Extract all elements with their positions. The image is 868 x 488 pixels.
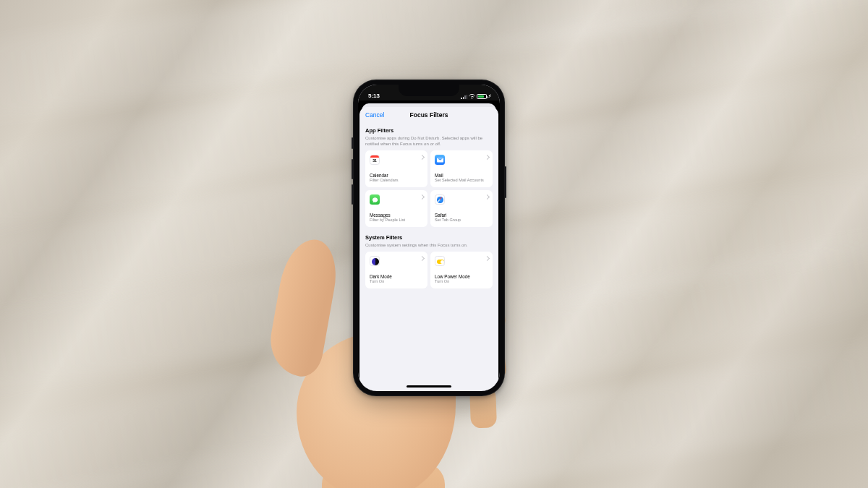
focus-filters-sheet: Cancel Focus Filters App Filters Customi… [359,107,498,391]
safari-app-icon [435,194,445,205]
card-subtitle: Turn On [435,279,488,284]
card-subtitle: Set Selected Mail Accounts [435,178,488,183]
chevron-right-icon [485,155,490,160]
iphone-device-frame: 5:13 ⚡︎ Cancel Focus Filters App Filters… [353,80,505,396]
chevron-right-icon [420,194,425,200]
cancel-button[interactable]: Cancel [365,111,384,119]
chevron-right-icon [485,194,490,200]
section-subtitle: Customise system settings when this Focu… [365,242,493,248]
chevron-right-icon [420,155,425,160]
notch [399,85,459,96]
calendar-app-icon: 31 [370,155,380,165]
filter-card-calendar[interactable]: 31 Calendar Filter Calendars [365,150,427,187]
home-indicator[interactable] [407,385,451,388]
section-title: App Filters [365,127,493,134]
card-subtitle: Set Tab Group [435,218,488,223]
card-title: Dark Mode [370,274,423,279]
section-system-filters: System Filters Customise system settings… [359,227,498,288]
card-subtitle: Filter Calendars [370,178,423,183]
filter-card-mail[interactable]: Mail Set Selected Mail Accounts [430,150,493,187]
wifi-icon [469,94,475,99]
messages-app-icon [370,194,380,205]
section-app-filters: App Filters Customise apps during Do Not… [359,123,498,227]
dark-mode-icon [370,256,380,266]
sheet-title: Focus Filters [410,111,448,119]
card-title: Calendar [370,173,423,178]
battery-icon [477,94,487,99]
card-title: Messages [370,213,423,218]
charging-icon: ⚡︎ [488,95,491,98]
cellular-signal-icon [461,94,467,99]
card-title: Mail [435,173,488,178]
chevron-right-icon [420,256,425,261]
card-title: Safari [435,213,488,218]
filter-card-safari[interactable]: Safari Set Tab Group [430,190,493,227]
status-indicators: ⚡︎ [461,94,491,99]
filter-card-low-power-mode[interactable]: Low Power Mode Turn On [430,252,493,288]
filter-card-messages[interactable]: Messages Filter by People List [365,190,427,227]
chevron-right-icon [485,256,490,261]
section-title: System Filters [365,234,493,241]
card-title: Low Power Mode [435,274,488,279]
phone-screen: 5:13 ⚡︎ Cancel Focus Filters App Filters… [358,85,500,391]
low-power-mode-icon [435,256,445,266]
filter-card-dark-mode[interactable]: Dark Mode Turn On [365,252,427,288]
card-subtitle: Filter by People List [370,218,423,223]
mail-app-icon [435,155,445,165]
section-subtitle: Customise apps during Do Not Disturb. Se… [365,135,493,147]
status-time: 5:13 [368,93,380,99]
card-subtitle: Turn On [370,279,423,284]
sheet-navbar: Cancel Focus Filters [359,107,498,123]
